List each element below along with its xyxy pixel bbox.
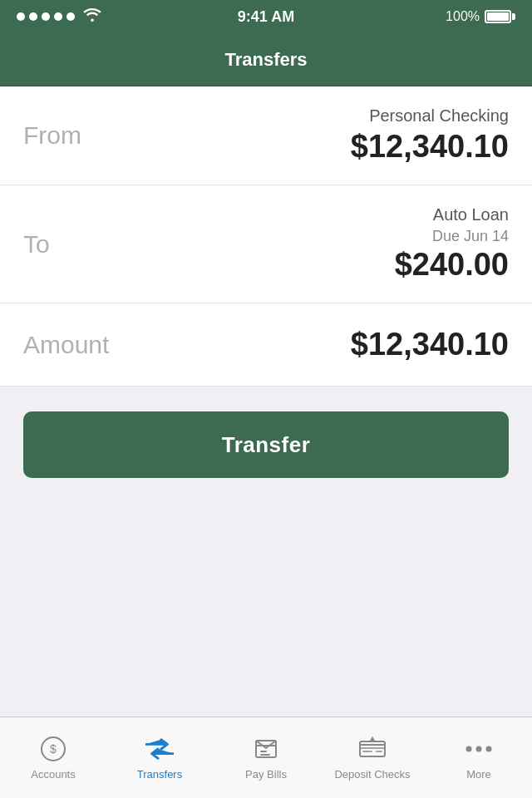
accounts-icon: $ <box>39 735 67 763</box>
tab-deposit-checks-label: Deposit Checks <box>334 768 410 781</box>
tab-bar: $ Accounts Transfers <box>0 717 532 798</box>
tab-pay-bills[interactable]: Pay Bills <box>213 717 319 798</box>
tab-accounts-label: Accounts <box>31 768 75 781</box>
content-area: From Personal Checking $12,340.10 To Aut… <box>0 86 532 798</box>
amount-label: Amount <box>23 331 109 359</box>
from-account-name: Personal Checking <box>351 106 509 126</box>
svg-rect-3 <box>360 741 385 756</box>
from-amount: $12,340.10 <box>351 129 509 165</box>
pay-bills-icon <box>252 735 280 763</box>
signal-dot-2 <box>29 12 37 21</box>
svg-point-6 <box>486 746 492 752</box>
status-bar: 9:41 AM 100% <box>0 0 532 33</box>
tab-accounts[interactable]: $ Accounts <box>0 717 106 798</box>
battery-area: 100% <box>446 9 515 24</box>
amount-row[interactable]: Amount $12,340.10 <box>0 303 532 387</box>
from-label: From <box>23 121 81 150</box>
tab-transfers-label: Transfers <box>137 768 182 781</box>
to-details: Auto Loan Due Jun 14 $240.00 <box>395 205 509 283</box>
to-account-name: Auto Loan <box>395 205 509 224</box>
transfer-button[interactable]: Transfer <box>23 411 509 478</box>
to-due-date: Due Jun 14 <box>395 228 509 245</box>
transfers-icon <box>145 735 174 763</box>
tab-more[interactable]: More <box>426 717 532 798</box>
signal-dot-4 <box>54 12 62 21</box>
to-amount: $240.00 <box>395 247 509 283</box>
tab-pay-bills-label: Pay Bills <box>245 768 287 781</box>
svg-point-5 <box>476 746 482 752</box>
to-row[interactable]: To Auto Loan Due Jun 14 $240.00 <box>0 185 532 303</box>
nav-bar: Transfers <box>0 33 532 86</box>
signal-dot-3 <box>42 12 50 21</box>
deposit-checks-icon <box>358 735 387 763</box>
svg-point-4 <box>466 746 472 752</box>
tab-transfers[interactable]: Transfers <box>106 717 213 798</box>
status-time: 9:41 AM <box>238 8 294 26</box>
signal-dot-5 <box>66 12 75 21</box>
tab-deposit-checks[interactable]: Deposit Checks <box>319 717 426 798</box>
more-icon <box>465 735 493 763</box>
nav-title: Transfers <box>224 49 307 71</box>
wifi-icon <box>83 8 101 26</box>
tab-more-label: More <box>466 768 491 781</box>
amount-value: $12,340.10 <box>351 327 509 362</box>
from-details: Personal Checking $12,340.10 <box>351 106 509 165</box>
battery-icon <box>485 10 515 23</box>
battery-percent: 100% <box>446 9 480 24</box>
signal-dot-1 <box>17 12 25 21</box>
svg-text:$: $ <box>50 742 57 756</box>
to-label: To <box>23 230 50 259</box>
from-row[interactable]: From Personal Checking $12,340.10 <box>0 86 532 185</box>
app-page: 9:41 AM 100% Transfers From Personal Che… <box>0 0 532 798</box>
signal-dots <box>17 12 75 21</box>
